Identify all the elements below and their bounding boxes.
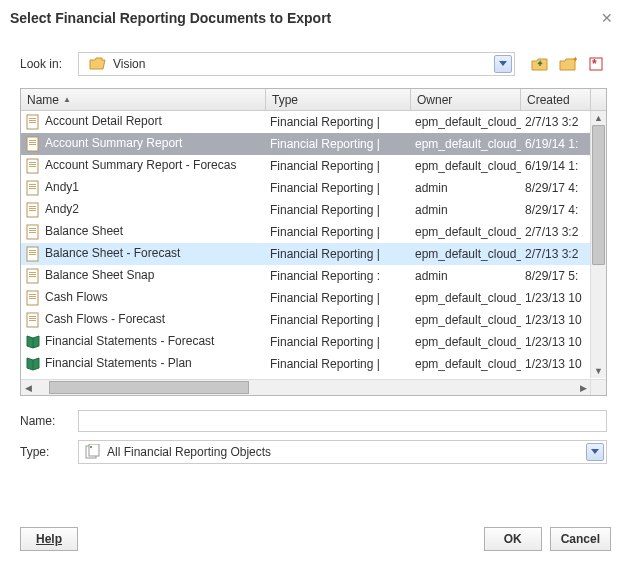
chevron-down-icon[interactable] xyxy=(494,55,512,73)
report-icon xyxy=(25,290,41,306)
cell-created: 2/7/13 3:2 xyxy=(521,115,591,129)
table-row[interactable]: Andy1Financial Reporting |admin8/29/17 4… xyxy=(21,177,606,199)
report-icon xyxy=(25,312,41,328)
svg-rect-22 xyxy=(29,210,36,211)
svg-rect-30 xyxy=(29,254,36,255)
cell-name: Cash Flows xyxy=(45,290,108,304)
svg-rect-44 xyxy=(89,444,99,456)
table-row[interactable]: Cash FlowsFinancial Reporting |epm_defau… xyxy=(21,287,606,309)
scroll-left-icon[interactable]: ◀ xyxy=(21,380,35,395)
name-input[interactable] xyxy=(78,410,607,432)
table-row[interactable]: Cash Flows - ForecastFinancial Reporting… xyxy=(21,309,606,331)
table-row[interactable]: Account Detail ReportFinancial Reporting… xyxy=(21,111,606,133)
report-icon xyxy=(25,268,41,284)
report-icon xyxy=(25,136,41,152)
svg-text:✦: ✦ xyxy=(572,56,577,64)
column-header-type[interactable]: Type xyxy=(266,89,411,110)
svg-text:*: * xyxy=(592,57,597,71)
column-header-created[interactable]: Created xyxy=(521,89,591,110)
dialog-title: Select Financial Reporting Documents to … xyxy=(10,10,331,26)
cell-name: Cash Flows - Forecast xyxy=(45,312,165,326)
cell-owner: epm_default_cloud_ xyxy=(411,137,521,151)
svg-rect-14 xyxy=(29,166,36,167)
cell-type: Financial Reporting | xyxy=(266,159,411,173)
scroll-up-icon[interactable]: ▲ xyxy=(591,111,606,125)
cell-created: 2/7/13 3:2 xyxy=(521,225,591,239)
dialog-header: Select Financial Reporting Documents to … xyxy=(0,0,627,34)
horizontal-scrollbar[interactable]: ◀ ▶ xyxy=(21,379,590,395)
table-row[interactable]: Balance Sheet - ForecastFinancial Report… xyxy=(21,243,606,265)
scroll-thumb-v[interactable] xyxy=(592,125,605,265)
table-row[interactable]: Financial Statements - PlanFinancial Rep… xyxy=(21,353,606,375)
cell-created: 1/23/13 10 xyxy=(521,313,591,327)
svg-rect-5 xyxy=(29,120,36,121)
cancel-button[interactable]: Cancel xyxy=(550,527,611,551)
svg-rect-45 xyxy=(90,446,92,448)
look-in-value: Vision xyxy=(113,57,145,71)
cell-name: Account Summary Report - Forecas xyxy=(45,158,236,172)
table-row[interactable]: Andy2Financial Reporting |admin8/29/17 4… xyxy=(21,199,606,221)
cell-type: Financial Reporting | xyxy=(266,137,411,151)
cell-owner: epm_default_cloud_ xyxy=(411,313,521,327)
cell-owner: epm_default_cloud_ xyxy=(411,225,521,239)
svg-rect-37 xyxy=(29,296,36,297)
cell-name: Balance Sheet Snap xyxy=(45,268,154,282)
svg-rect-38 xyxy=(29,298,36,299)
type-select[interactable]: All Financial Reporting Objects xyxy=(78,440,607,464)
cell-owner: epm_default_cloud_ xyxy=(411,159,521,173)
up-folder-button[interactable] xyxy=(529,53,551,75)
cell-name: Andy2 xyxy=(45,202,79,216)
column-header-name[interactable]: Name ▲ xyxy=(21,89,266,110)
table-row[interactable]: Balance Sheet SnapFinancial Reporting :a… xyxy=(21,265,606,287)
export-dialog: Select Financial Reporting Documents to … xyxy=(0,0,627,565)
svg-rect-33 xyxy=(29,274,36,275)
scroll-right-icon[interactable]: ▶ xyxy=(576,380,590,395)
vertical-scrollbar[interactable]: ▲ ▼ xyxy=(590,111,606,378)
svg-rect-16 xyxy=(29,184,36,185)
svg-rect-25 xyxy=(29,230,36,231)
cell-type: Financial Reporting | xyxy=(266,335,411,349)
file-grid: Name ▲ Type Owner Created Account Detail… xyxy=(20,88,607,396)
svg-rect-13 xyxy=(29,164,36,165)
report-icon xyxy=(25,202,41,218)
cell-owner: epm_default_cloud_ xyxy=(411,247,521,261)
type-value: All Financial Reporting Objects xyxy=(107,445,271,459)
name-row: Name: xyxy=(0,406,627,436)
svg-rect-40 xyxy=(29,316,36,317)
svg-rect-32 xyxy=(29,272,36,273)
look-in-select[interactable]: Vision xyxy=(78,52,515,76)
cell-created: 8/29/17 4: xyxy=(521,181,591,195)
cell-type: Financial Reporting | xyxy=(266,115,411,129)
objects-icon xyxy=(85,444,101,460)
svg-rect-41 xyxy=(29,318,36,319)
cell-type: Financial Reporting | xyxy=(266,291,411,305)
report-icon xyxy=(25,114,41,130)
book-icon xyxy=(25,356,41,372)
delete-button[interactable]: * xyxy=(585,53,607,75)
scroll-corner xyxy=(590,379,606,395)
dialog-footer: Help OK Cancel xyxy=(0,517,627,565)
cell-name: Financial Statements - Plan xyxy=(45,356,192,370)
scroll-thumb-h[interactable] xyxy=(49,381,249,394)
cell-owner: epm_default_cloud_ xyxy=(411,291,521,305)
ok-button[interactable]: OK xyxy=(484,527,542,551)
close-button[interactable]: ✕ xyxy=(597,8,617,28)
svg-rect-24 xyxy=(29,228,36,229)
cell-type: Financial Reporting | xyxy=(266,247,411,261)
svg-rect-17 xyxy=(29,186,36,187)
new-folder-button[interactable]: ✦ xyxy=(557,53,579,75)
table-row[interactable]: Balance SheetFinancial Reporting |epm_de… xyxy=(21,221,606,243)
column-header-owner[interactable]: Owner xyxy=(411,89,521,110)
table-row[interactable]: Account Summary ReportFinancial Reportin… xyxy=(21,133,606,155)
cell-name: Account Detail Report xyxy=(45,114,162,128)
report-icon xyxy=(25,180,41,196)
table-row[interactable]: Financial Statements - ForecastFinancial… xyxy=(21,331,606,353)
chevron-down-icon[interactable] xyxy=(586,443,604,461)
folder-open-icon xyxy=(89,57,107,71)
cell-owner: epm_default_cloud_ xyxy=(411,335,521,349)
cell-owner: admin xyxy=(411,269,521,283)
scroll-down-icon[interactable]: ▼ xyxy=(591,364,606,378)
cell-created: 6/19/14 1: xyxy=(521,137,591,151)
help-button[interactable]: Help xyxy=(20,527,78,551)
table-row[interactable]: Account Summary Report - ForecasFinancia… xyxy=(21,155,606,177)
